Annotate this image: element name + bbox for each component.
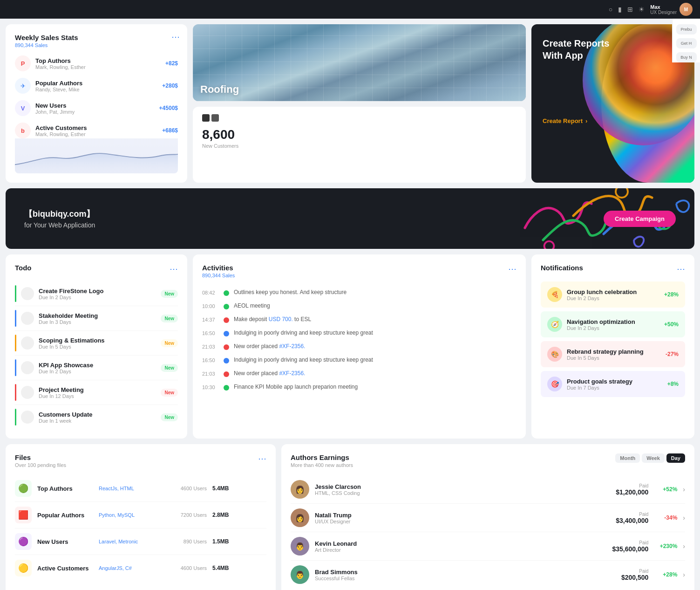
period-month-btn[interactable]: Month	[615, 453, 640, 463]
popular-authors-value: +280$	[162, 82, 178, 89]
weekly-sales-title: Weekly Sales Stats	[15, 34, 178, 41]
user-avatar[interactable]: M	[680, 3, 693, 16]
new-users-icon: V	[15, 100, 31, 116]
todo-bar-6	[15, 409, 16, 425]
notif-change-4: +8%	[667, 381, 679, 387]
authors-earnings-card: Authors Earnings More than 400 new autho…	[281, 444, 694, 590]
file-icon-2: 🟥	[15, 507, 32, 523]
roofing-image: Roofing	[193, 24, 526, 101]
top-authors-name: Top Authors	[35, 57, 161, 64]
act-dot-6	[224, 358, 229, 364]
right-sidebar: Prebu Get H Buy N	[672, 19, 700, 62]
period-week-btn[interactable]: Week	[642, 453, 665, 463]
author-chevron-1[interactable]: ›	[683, 486, 685, 493]
todo-dot-3	[21, 336, 34, 350]
todo-badge-6: New	[161, 413, 178, 421]
todo-dot-6	[21, 411, 34, 424]
roofing-label: Roofing	[200, 83, 239, 96]
sidebar-right-item-3[interactable]: Buy N	[676, 52, 697, 62]
customers-card: 8,600 New Customers	[193, 107, 526, 183]
notif-1: 🍕 Group lunch celebration Due In 2 Days …	[541, 281, 685, 308]
author-change-4: +28%	[654, 571, 677, 578]
new-users-name: New Users	[35, 102, 155, 109]
activity-8: 10:30 Finance KPI Mobile app launch prep…	[202, 380, 517, 394]
stat-new-users: V New Users John, Pat, Jimmy +4500$	[15, 100, 178, 116]
active-customers-icon: b	[15, 123, 31, 138]
user-role: UX Designer	[650, 10, 677, 15]
todo-bar-5	[15, 384, 16, 401]
activity-5: 21:03 New order placed #XF-2356.	[202, 340, 517, 353]
active-customers-value: +686$	[162, 127, 178, 134]
create-reports-content: Create Reports With App Create Report ›	[543, 37, 609, 124]
svg-point-1	[616, 188, 628, 198]
order-link-1[interactable]: #XF-2356.	[279, 343, 305, 350]
todo-item-2: Stakeholder Meeting Due In 3 Days New	[15, 306, 178, 331]
campaign-sub-text: for Your Web Application	[24, 221, 95, 229]
author-chevron-3[interactable]: ›	[683, 542, 685, 550]
todo-badge-4: New	[161, 364, 178, 372]
weekly-sales-subtitle: 890,344 Sales	[15, 42, 178, 48]
card-options-icon[interactable]: ⋯	[171, 32, 180, 42]
popular-authors-sub: Randy, Steve, Mike	[35, 87, 157, 92]
author-change-3: +230%	[654, 543, 677, 549]
notifications-title: Notifications	[541, 264, 583, 272]
campaign-main-text: 【biqubiqу.com】	[24, 208, 95, 220]
topnav: ○ ▮ ⊞ ☀ Max UX Designer M	[0, 0, 700, 19]
create-campaign-button[interactable]: Create Campaign	[604, 211, 676, 227]
grid-icon[interactable]: ⊞	[627, 6, 633, 13]
order-link-2[interactable]: #XF-2356.	[279, 370, 305, 377]
activity-7: 21:03 New order placed #XF-2356.	[202, 367, 517, 380]
todo-bar-4	[15, 359, 16, 376]
author-change-1: +52%	[654, 486, 677, 493]
notifications-options-icon[interactable]: ⋯	[677, 264, 685, 274]
files-row-3: 🟣 New Users Laravel, Metronic 890 Users …	[15, 528, 266, 555]
notif-change-3: -27%	[666, 351, 679, 357]
sidebar-right-item-1[interactable]: Prebu	[676, 24, 697, 34]
activity-1: 08:42 Outlines keep you honest. And keep…	[202, 286, 517, 299]
sidebar-right-item-2[interactable]: Get H	[676, 38, 697, 48]
todo-badge-1: New	[161, 290, 178, 298]
new-users-sub: John, Pat, Jimmy	[35, 109, 155, 115]
deposit-link[interactable]: USD 700.	[269, 316, 293, 322]
cust-sq1	[202, 114, 210, 122]
todo-options-icon[interactable]: ⋯	[170, 264, 178, 274]
row4: Files Over 100 pending files ⋯ 🟢 Top Aut…	[6, 444, 694, 590]
notif-icon-1: 🍕	[547, 287, 562, 302]
files-subtitle: Over 100 pending files	[15, 462, 66, 468]
author-chevron-4[interactable]: ›	[683, 571, 685, 578]
author-chevron-2[interactable]: ›	[683, 514, 685, 521]
row1: ⋯ Weekly Sales Stats 890,344 Sales P Top…	[6, 24, 694, 183]
chevron-right-icon: ›	[585, 117, 587, 124]
author-avatar-2: 👩	[291, 508, 309, 527]
files-row-4: 🟡 Active Customers AngularJS, C# 4600 Us…	[15, 555, 266, 581]
period-day-btn[interactable]: Day	[666, 453, 685, 463]
create-reports-card: Create Reports With App Create Report ›	[531, 24, 694, 183]
sales-chart	[15, 138, 178, 173]
top-authors-sub: Mark, Rowling, Esther	[35, 64, 161, 70]
todo-bar-2	[15, 310, 16, 327]
authors-earnings-subtitle: More than 400 new authors	[291, 462, 353, 468]
create-report-link[interactable]: Create Report ›	[543, 117, 609, 124]
todo-dot-2	[21, 312, 34, 325]
files-options-icon[interactable]: ⋯	[258, 453, 266, 464]
period-buttons: Month Week Day	[615, 453, 685, 463]
act-dot-3	[224, 317, 229, 323]
notif-3: 🎨 Rebrand strategy planning Due In 5 Day…	[541, 341, 685, 367]
popular-authors-name: Popular Authors	[35, 80, 157, 87]
stat-top-authors: P Top Authors Mark, Rowling, Esther +82$	[15, 55, 178, 71]
author-row-4: 👨 Brad Simmons Successful Fellas Paid $2…	[291, 561, 685, 589]
search-icon[interactable]: ○	[609, 6, 612, 13]
file-icon-3: 🟣	[15, 533, 32, 550]
activities-options-icon[interactable]: ⋯	[508, 264, 517, 274]
sun-icon[interactable]: ☀	[639, 6, 645, 13]
stat-active-customers: b Active Customers Mark, Rowling, Esther…	[15, 123, 178, 138]
author-avatar-1: 👩	[291, 480, 309, 499]
act-dot-4	[224, 331, 229, 336]
todo-item-3: Scoping & Estimations Due In 5 Days New	[15, 331, 178, 356]
file-icon-4: 🟡	[15, 560, 32, 576]
authors-earnings-header: Authors Earnings More than 400 new autho…	[291, 453, 685, 468]
files-header: Files Over 100 pending files ⋯	[15, 453, 266, 468]
todo-item-6: Customers Update Due In 1 week New	[15, 405, 178, 429]
user-info[interactable]: Max UX Designer M	[650, 3, 693, 16]
campaign-text: 【biqubiqу.com】 for Your Web Application	[24, 208, 95, 229]
